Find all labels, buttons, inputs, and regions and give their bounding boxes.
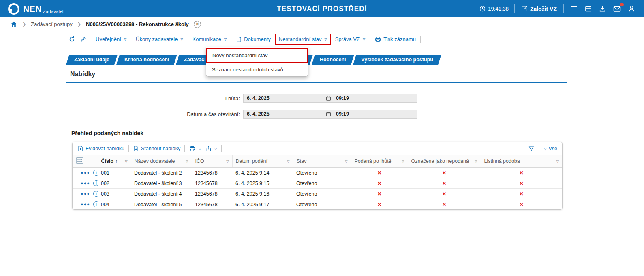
user-button[interactable] <box>627 4 636 13</box>
breadcrumb-section[interactable]: Zadávací postupy <box>31 21 73 27</box>
column-chooser-icon[interactable] <box>76 157 83 164</box>
document-download-icon <box>133 145 139 152</box>
column-header-oznacena-jako-nepodana[interactable]: Označena jako nepodaná ▽ <box>408 155 481 168</box>
row-menu-icon[interactable]: ●●● <box>81 202 90 207</box>
column-label: Stav <box>297 158 307 164</box>
printer-icon <box>189 145 196 152</box>
column-filter-icon[interactable]: ▽ <box>226 160 229 163</box>
deadline-fields: Lhůta: 6. 4. 2025 09:19 Datum a čas otev… <box>66 94 567 119</box>
row-menu-icon[interactable]: ●●● <box>81 170 90 175</box>
cell-ico: 12345678 <box>192 199 232 210</box>
column-header-cislo[interactable]: Číslo↑ ▽ <box>98 155 131 168</box>
column-header-nazev-dodavatele[interactable]: Název dodavatele ▽ <box>131 155 192 168</box>
info-icon[interactable]: i <box>93 170 98 176</box>
tab-kriteria-hodnoceni[interactable]: Kritéria hodnocení <box>116 55 177 65</box>
home-icon[interactable] <box>10 21 17 28</box>
toolbar-item-nestandardni-stav[interactable]: Nestandardní stav ▽ <box>275 34 331 45</box>
breadcrumb-current-item[interactable]: N006/25/V00003298 - Rekonstrukce školy <box>86 21 189 27</box>
row-menu-icon[interactable]: ●●● <box>81 192 90 196</box>
cell-datum: 6. 4. 2025 9:17 <box>232 199 293 210</box>
toolbar-item-ukony-zadavatele[interactable]: Úkony zadavatele ▽ <box>136 36 183 42</box>
otevirani-datetime-input[interactable]: 6. 4. 2025 09:19 <box>243 110 417 119</box>
toolbar-item-tisk-zaznamu[interactable]: Tisk záznamu <box>374 36 416 43</box>
pencil-icon[interactable] <box>80 36 86 43</box>
table-row[interactable]: ●●●i 002 Dodavatel - školení 3 12345678 … <box>73 178 562 189</box>
hamburger-icon <box>570 6 578 12</box>
column-header-podana-po-lhute[interactable]: Podaná po lhůtě ▽ <box>351 155 408 168</box>
cell-nazev: Dodavatel - školení 4 <box>131 189 192 199</box>
chevron-down-icon: ▽ <box>544 147 546 151</box>
chevron-down-icon: ▽ <box>325 37 327 41</box>
column-label: Označena jako nepodaná <box>411 158 469 164</box>
calendar-icon[interactable] <box>326 96 331 101</box>
filter-icon[interactable] <box>528 146 535 152</box>
chevron-down-icon: ▽ <box>363 37 365 41</box>
document-plus-icon <box>77 145 83 152</box>
column-filter-icon[interactable]: ▽ <box>345 160 347 163</box>
brand-subtitle: Zadavatel <box>43 9 64 14</box>
download-button[interactable] <box>598 4 607 13</box>
cell-oznacena-flag: ✕ <box>408 168 481 178</box>
section-title: Přehled podaných nabídek <box>71 130 567 136</box>
breadcrumb-separator: ❯ <box>22 22 26 27</box>
time-value[interactable]: 09:19 <box>331 95 349 101</box>
toolbar-item-uverejneni[interactable]: Uveřejnění ▽ <box>96 36 126 42</box>
toolbar-item-dokumenty[interactable]: Dokumenty <box>236 36 271 43</box>
calendar-icon[interactable] <box>326 112 331 117</box>
toolbar-item-label: Dokumenty <box>244 36 271 42</box>
column-filter-icon[interactable]: ▽ <box>556 160 559 163</box>
tab-label: Základní údaje <box>74 57 109 63</box>
filter-vse-dropdown[interactable]: ▽ Vše <box>543 146 557 151</box>
column-filter-icon[interactable]: ▽ <box>475 160 477 163</box>
close-icon[interactable]: ✕ <box>194 21 201 28</box>
cell-ico: 12345678 <box>192 168 232 178</box>
main-menu-button[interactable] <box>569 5 578 13</box>
tab-zakladni-udaje[interactable]: Základní údaje <box>66 55 118 65</box>
info-icon[interactable]: i <box>93 201 98 207</box>
evidovat-nabidku-button[interactable]: Evidovat nabídku <box>77 145 124 152</box>
tab-vysledek-zadavaciho-postupu[interactable]: Výsledek zadávacího postupu <box>353 55 441 65</box>
date-value[interactable]: 6. 4. 2025 <box>244 111 326 117</box>
column-chooser-header[interactable] <box>73 155 98 168</box>
cell-oznacena-flag: ✕ <box>408 178 481 189</box>
column-header-listinna-podoba[interactable]: Listinná podoba ▽ <box>481 155 562 168</box>
stahnout-nabidky-button[interactable]: Stáhnout nabídky <box>133 145 180 152</box>
column-header-stav[interactable]: Stav ▽ <box>293 155 351 168</box>
info-icon[interactable]: i <box>93 191 98 197</box>
date-value[interactable]: 6. 4. 2025 <box>244 95 326 101</box>
cell-cislo: 004 <box>98 199 131 210</box>
column-filter-icon[interactable]: ▽ <box>402 160 404 163</box>
export-grid-button[interactable]: ▽ <box>205 145 217 152</box>
column-header-datum-podani[interactable]: Datum podání ▽ <box>232 155 293 168</box>
column-header-ico[interactable]: IČO ▽ <box>192 155 232 168</box>
tab-label: Výsledek zadávacího postupu <box>361 57 433 63</box>
toolbar-item-komunikace[interactable]: Komunikace ▽ <box>193 36 227 42</box>
info-icon[interactable]: i <box>93 180 98 186</box>
column-filter-icon[interactable]: ▽ <box>125 160 127 163</box>
column-filter-icon[interactable]: ▽ <box>287 160 289 163</box>
menu-item-novy-nestandardni-stav[interactable]: Nový nestandardní stav <box>206 48 308 63</box>
tab-hodnoceni[interactable]: Hodnocení <box>312 55 354 65</box>
table-row[interactable]: ●●●i 001 Dodavatel - školení 2 12345678 … <box>73 168 562 178</box>
cell-cislo: 001 <box>98 168 131 178</box>
toolbar-item-sprava-vz[interactable]: Správa VZ ▽ <box>335 36 366 42</box>
table-row[interactable]: ●●●i 003 Dodavatel - školení 4 12345678 … <box>73 189 562 199</box>
print-grid-button[interactable]: ▽ <box>189 145 201 152</box>
user-icon <box>628 5 635 12</box>
nen-logo[interactable]: NEN Zadavatel <box>8 3 63 15</box>
page-title: Nabídky <box>70 71 567 78</box>
messages-button[interactable] <box>612 5 622 13</box>
column-filter-icon[interactable]: ▽ <box>186 160 188 163</box>
row-menu-icon[interactable]: ●●● <box>81 181 90 185</box>
lhuta-datetime-input[interactable]: 6. 4. 2025 09:19 <box>243 94 417 103</box>
time-value[interactable]: 09:19 <box>331 111 349 117</box>
history-refresh-icon[interactable] <box>68 36 75 43</box>
menu-item-seznam-nestandardnich-stavu[interactable]: Seznam nestandardních stavů <box>206 63 308 76</box>
calendar-button[interactable] <box>584 4 593 13</box>
chevron-down-icon: ▽ <box>214 147 217 151</box>
create-vz-button[interactable]: Založit VZ <box>520 5 558 13</box>
table-row[interactable]: ●●●i 004 Dodavatel - školení 5 12345678 … <box>73 199 562 210</box>
cell-stav: Otevřeno <box>293 168 351 178</box>
session-time: 19:41:38 <box>488 6 509 12</box>
toolbar-divider <box>91 36 91 43</box>
